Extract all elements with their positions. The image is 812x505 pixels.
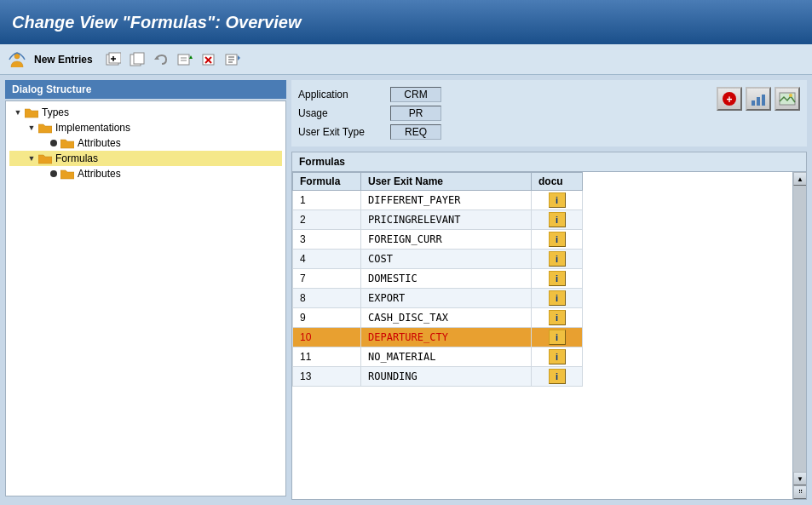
toolbar-btn-delete[interactable] [199, 49, 219, 70]
info-btn-1[interactable]: i [549, 212, 566, 227]
cell-user-exit-name: COST [361, 250, 532, 269]
help-btn[interactable]: + [717, 87, 742, 111]
table-row[interactable]: 4 COST i [293, 250, 583, 269]
cell-docu: i [532, 269, 583, 289]
info-btn-0[interactable]: i [549, 192, 566, 208]
sap-icon[interactable] [7, 49, 27, 70]
cell-formula: 4 [293, 250, 361, 269]
formulas-table: Formula User Exit Name docu 1 DIFFERENT_… [292, 172, 583, 387]
info-btn-3[interactable]: i [549, 251, 566, 267]
info-btn-5[interactable]: i [549, 290, 566, 306]
cell-docu: i [532, 347, 583, 367]
cell-formula: 1 [293, 191, 361, 210]
toolbar-btn-undo[interactable] [151, 49, 171, 70]
cell-user-exit-name: FOREIGN_CURR [361, 230, 532, 250]
panel-header: Dialog Structure [5, 80, 286, 99]
fields-list: Application CRM Usage PR User Exit Type … [298, 87, 710, 140]
cell-formula: 9 [293, 308, 361, 328]
info-btn-2[interactable]: i [549, 232, 566, 247]
cell-docu: i [532, 191, 583, 210]
label-usage: Usage [298, 107, 383, 119]
cell-docu: i [532, 230, 583, 250]
toolbar-btn-settings[interactable] [222, 49, 243, 70]
toolbar-btn-1[interactable] [103, 49, 124, 70]
toolbar: New Entries [0, 44, 812, 75]
table-wrapper: Formula User Exit Name docu 1 DIFFERENT_… [292, 172, 806, 499]
tree-label-types: Types [42, 106, 69, 118]
table-scroll[interactable]: Formula User Exit Name docu 1 DIFFERENT_… [292, 172, 792, 499]
label-application: Application [298, 89, 383, 100]
info-btn-9[interactable]: i [549, 369, 566, 384]
cell-user-exit-name: PRICINGRELEVANT [361, 210, 532, 230]
svg-marker-19 [238, 55, 240, 60]
info-btn-8[interactable]: i [549, 349, 566, 364]
arrow-types: ▼ [13, 107, 23, 118]
table-area: Formulas Formula User Exit Name docu [291, 152, 807, 500]
chart-btn[interactable] [746, 87, 771, 111]
cell-docu: i [532, 308, 583, 328]
cell-user-exit-name: ROUNDING [361, 367, 532, 387]
svg-marker-11 [189, 55, 193, 59]
title-bar: Change View "Formulas": Overview [0, 0, 812, 44]
arrow-implementations: ▼ [26, 123, 37, 133]
info-btn-7[interactable]: i [549, 330, 566, 345]
scroll-up-btn[interactable]: ▲ [793, 172, 806, 186]
svg-point-26 [789, 94, 792, 97]
table-row[interactable]: 1 DIFFERENT_PAYER i [293, 191, 583, 210]
cell-user-exit-name: EXPORT [361, 289, 532, 308]
cell-formula: 13 [293, 367, 361, 387]
svg-rect-6 [134, 53, 144, 64]
tree-item-formulas[interactable]: ▼ Formulas [9, 151, 282, 166]
info-btn-6[interactable]: i [549, 310, 566, 325]
table-header-bar: Formulas [292, 152, 806, 172]
cell-docu: i [532, 289, 583, 308]
scrollbar[interactable]: ▲ ▼ ⠿ [792, 172, 806, 499]
cell-docu: i [532, 250, 583, 269]
svg-rect-24 [762, 95, 765, 106]
table-row[interactable]: 9 CASH_DISC_TAX i [293, 308, 583, 328]
table-row[interactable]: 7 DOMESTIC i [293, 269, 583, 289]
cell-docu: i [532, 210, 583, 230]
bullet-attributes2 [50, 170, 57, 177]
scroll-down-btn[interactable]: ▼ [793, 472, 806, 485]
cell-docu-selected: i [532, 328, 583, 347]
cell-user-exit-name: CASH_DISC_TAX [361, 308, 532, 328]
col-header-docu: docu [532, 173, 583, 191]
cell-user-exit-name-selected: DEPARTURE_CTY [361, 328, 532, 347]
tree-label-implementations: Implementations [55, 122, 130, 134]
field-row-user-exit-type: User Exit Type REQ [298, 124, 710, 140]
svg-rect-22 [752, 100, 755, 106]
top-right-buttons: + [717, 87, 800, 111]
tree-item-attributes1[interactable]: Attributes [9, 135, 282, 151]
toolbar-btn-3[interactable] [175, 49, 195, 70]
table-row[interactable]: 2 PRICINGRELEVANT i [293, 210, 583, 230]
table-row-selected[interactable]: 10 DEPARTURE_CTY i [293, 328, 583, 347]
resize-handle[interactable]: ⠿ [793, 485, 806, 499]
table-row[interactable]: 3 FOREIGN_CURR i [293, 230, 583, 250]
tree-item-types[interactable]: ▼ Types [9, 105, 282, 120]
svg-rect-8 [178, 55, 189, 65]
toolbar-btn-2[interactable] [127, 49, 147, 70]
tree-label-attributes1: Attributes [78, 137, 121, 149]
table-row[interactable]: 11 NO_MATERIAL i [293, 347, 583, 367]
cell-user-exit-name: NO_MATERIAL [361, 347, 532, 367]
folder-icon-types [25, 106, 38, 118]
tree-item-implementations[interactable]: ▼ Implementations [9, 120, 282, 135]
field-row-application: Application CRM [298, 87, 710, 102]
folder-icon-attributes2 [60, 168, 74, 180]
col-header-user-exit-name: User Exit Name [361, 173, 532, 191]
tree-item-attributes2[interactable]: Attributes [9, 166, 282, 181]
svg-rect-2 [109, 53, 121, 63]
left-panel: Dialog Structure ▼ Types ▼ [5, 80, 286, 500]
image-btn[interactable] [775, 87, 800, 111]
svg-rect-23 [757, 97, 760, 106]
table-row[interactable]: 13 ROUNDING i [293, 367, 583, 387]
fields-area: Application CRM Usage PR User Exit Type … [291, 80, 807, 146]
cell-formula: 8 [293, 289, 361, 308]
table-row[interactable]: 8 EXPORT i [293, 289, 583, 308]
folder-icon-attributes1 [60, 137, 74, 149]
cell-formula: 3 [293, 230, 361, 250]
info-btn-4[interactable]: i [549, 271, 566, 286]
cell-user-exit-name: DIFFERENT_PAYER [361, 191, 532, 210]
folder-icon-formulas [38, 152, 52, 164]
